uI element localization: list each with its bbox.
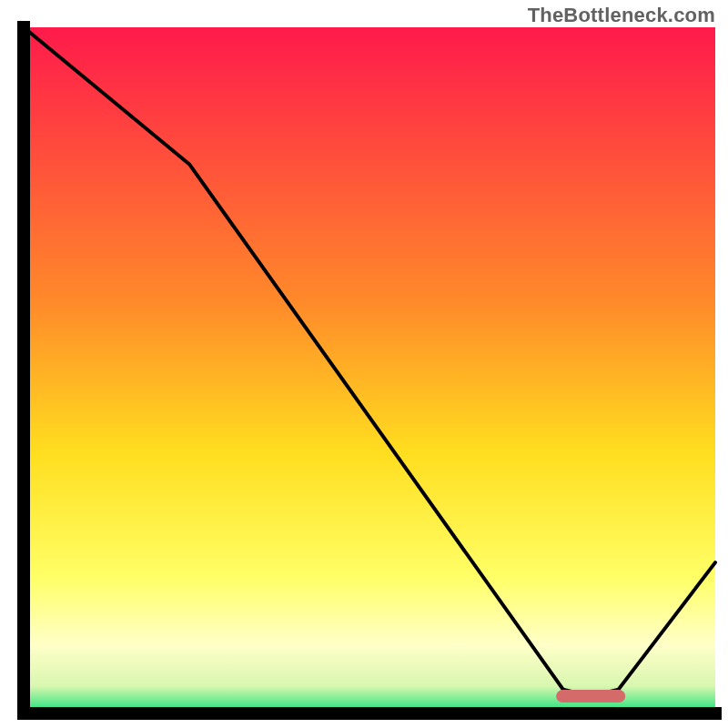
bottleneck-chart [0,0,728,728]
optimal-marker [556,690,625,703]
chart-stage: TheBottleneck.com [0,0,728,728]
plot-background [24,27,715,713]
